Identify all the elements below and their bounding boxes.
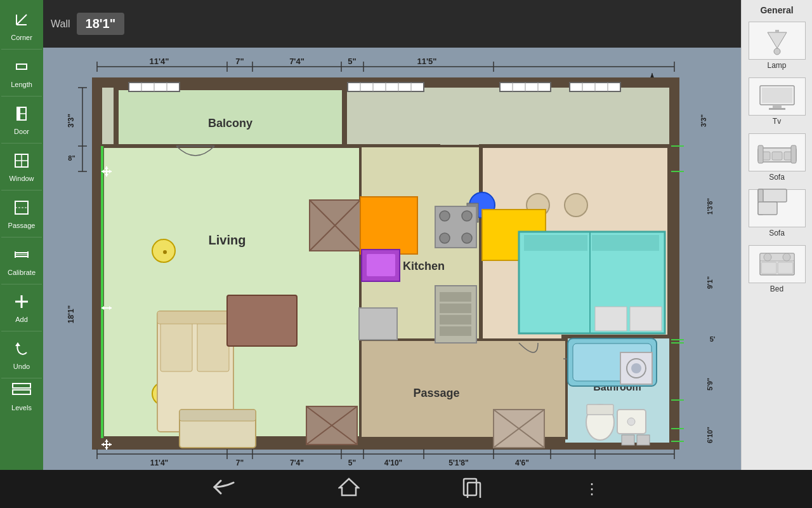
svg-rect-113 (160, 321, 192, 371)
svg-point-38 (764, 253, 771, 261)
bottom-bar: ⋮ (0, 470, 812, 508)
passage-icon (13, 199, 30, 220)
svg-point-161 (631, 363, 641, 373)
panel-title: General (760, 5, 793, 15)
svg-rect-35 (758, 202, 777, 215)
lamp-item[interactable]: Lamp (746, 19, 808, 72)
svg-text:7": 7" (235, 57, 244, 66)
home-button[interactable] (338, 476, 360, 502)
sofa2-item[interactable]: Sofa (746, 187, 808, 240)
svg-marker-18 (15, 342, 20, 346)
svg-text:4'10": 4'10" (384, 458, 403, 467)
svg-rect-128 (360, 197, 417, 254)
levels-label: Levels (11, 404, 32, 411)
add-icon (13, 293, 30, 314)
sofa1-item[interactable]: Sofa (746, 131, 808, 184)
svg-text:5'1'8": 5'1'8" (449, 458, 468, 467)
window-tool[interactable]: Window (1, 144, 42, 190)
sofa2-icon (749, 189, 806, 227)
svg-text:5': 5' (710, 335, 716, 343)
svg-text:5": 5" (348, 57, 356, 66)
tv-icon (749, 77, 806, 116)
svg-text:7": 7" (236, 458, 244, 467)
levels-tool[interactable]: Levels (1, 381, 42, 419)
svg-text:18'1": 18'1" (67, 305, 75, 324)
svg-rect-31 (758, 145, 763, 163)
door-tool[interactable]: Door (1, 97, 42, 144)
more-button[interactable]: ⋮ (584, 480, 601, 498)
sofa1-label: Sofa (769, 173, 785, 182)
door-icon (13, 105, 30, 126)
svg-rect-130 (367, 254, 395, 276)
svg-rect-204 (464, 479, 476, 495)
floorplan: 11'4" 7" 7'4" 5" 11'5" Balcony Living Ki… (43, 48, 741, 470)
svg-point-39 (783, 253, 790, 261)
sofa2-label: Sofa (769, 229, 785, 237)
back-button[interactable] (211, 478, 237, 501)
calibrate-icon (13, 246, 30, 267)
wall-label: Wall (51, 18, 70, 30)
svg-point-146 (462, 233, 472, 243)
recent-button[interactable] (461, 476, 483, 502)
window-icon (13, 152, 30, 173)
svg-rect-150 (440, 315, 471, 324)
svg-rect-148 (440, 292, 471, 302)
svg-rect-29 (772, 152, 782, 160)
right-panel: General Lamp Tv (741, 0, 812, 470)
svg-text:5'9": 5'9" (706, 378, 714, 391)
tv-item[interactable]: Tv (746, 75, 808, 128)
svg-text:Living: Living (209, 233, 246, 247)
svg-point-145 (440, 233, 450, 243)
svg-text:4'6": 4'6" (515, 458, 529, 467)
svg-point-109 (163, 250, 167, 254)
svg-rect-25 (773, 105, 782, 108)
svg-point-21 (774, 48, 780, 55)
left-toolbar: Corner Length Door Window (0, 0, 43, 470)
svg-point-143 (440, 211, 450, 221)
svg-rect-40 (761, 262, 776, 274)
svg-text:8": 8" (68, 154, 75, 162)
bed-icon (749, 245, 806, 283)
lamp-label: Lamp (767, 61, 786, 70)
length-icon (13, 58, 30, 79)
length-tool[interactable]: Length (1, 50, 42, 97)
svg-rect-41 (778, 262, 793, 274)
passage-label: Passage (8, 222, 36, 229)
levels-icon (11, 381, 32, 403)
calibrate-label: Calibrate (8, 269, 36, 276)
door-label: Door (14, 128, 29, 135)
add-tool[interactable]: Add (1, 284, 42, 331)
svg-rect-19 (13, 384, 30, 388)
svg-rect-139 (592, 235, 659, 251)
undo-tool[interactable]: Undo (1, 331, 42, 378)
svg-text:6'10": 6'10" (706, 427, 714, 443)
svg-point-158 (627, 418, 635, 425)
svg-point-144 (462, 211, 472, 221)
top-bar: Wall 18'1" (43, 0, 741, 48)
svg-text:7'4": 7'4" (290, 458, 304, 467)
svg-text:1'3'8": 1'3'8" (707, 198, 714, 215)
add-label: Add (15, 316, 28, 323)
svg-text:11'4": 11'4" (150, 57, 169, 66)
svg-rect-140 (595, 307, 627, 331)
svg-rect-163 (637, 435, 650, 445)
sofa1-icon (749, 133, 806, 171)
bed-item[interactable]: Bed (746, 243, 808, 296)
svg-rect-3 (16, 64, 27, 69)
window-label: Window (9, 175, 34, 182)
svg-line-0 (16, 15, 27, 25)
corner-tool[interactable]: Corner (1, 3, 42, 50)
svg-rect-117 (180, 410, 256, 421)
svg-rect-141 (630, 307, 662, 331)
passage-tool[interactable]: Passage (1, 190, 42, 237)
svg-rect-156 (587, 404, 613, 415)
svg-rect-32 (791, 145, 796, 163)
svg-text:Kitchen: Kitchen (403, 260, 445, 272)
bed-label: Bed (770, 284, 783, 293)
calibrate-tool[interactable]: Calibrate (1, 237, 42, 284)
svg-text:5": 5" (348, 458, 356, 467)
svg-text:7'4": 7'4" (289, 57, 304, 66)
svg-rect-162 (622, 435, 634, 445)
svg-rect-24 (762, 88, 792, 103)
svg-marker-203 (339, 479, 358, 495)
